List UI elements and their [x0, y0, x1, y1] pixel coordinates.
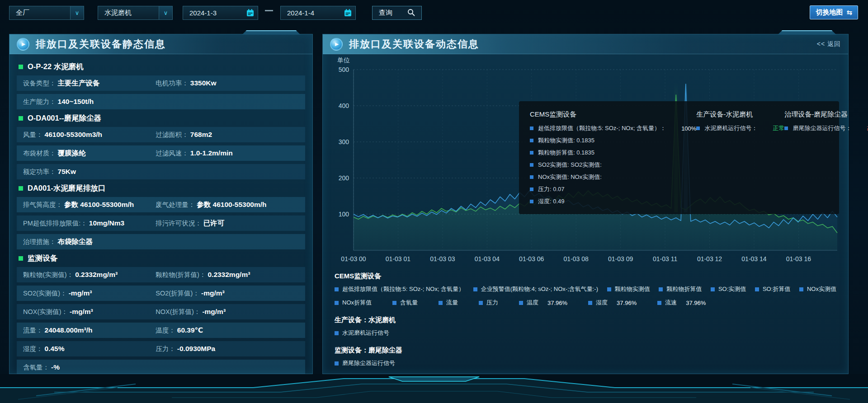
info-cell: 电机功率： 3350Kw: [156, 79, 305, 88]
legend-item[interactable]: 压力: [479, 299, 498, 307]
legend-item[interactable]: 流速37.96%: [657, 299, 706, 307]
info-row: 设备类型： 主要生产设备电机功率： 3350Kw: [17, 75, 305, 91]
green-square-icon: [19, 65, 23, 69]
date-from-input[interactable]: 2024-1-3: [183, 6, 258, 20]
svg-text:01-03 16: 01-03 16: [786, 255, 811, 262]
device-select[interactable]: 水泥磨机 ∨: [98, 6, 173, 20]
blue-square-icon: [530, 200, 533, 203]
legend-item[interactable]: 颗粒物折算值: [659, 285, 702, 293]
info-row: SO2(实测值)： -mg/m³SO2(折算值)： -mg/m³: [17, 286, 305, 301]
back-link[interactable]: << 返回: [817, 40, 841, 48]
blue-square-icon: [588, 301, 592, 305]
legend-item[interactable]: 湿度37.96%: [588, 299, 637, 307]
dynamic-info-panel: ▶ 排放口及关联设备动态信息 << 返回 10020030040050001-0…: [322, 34, 849, 374]
info-value: 0.45%: [45, 345, 65, 353]
legend-item[interactable]: 颗粒物实测值: [607, 285, 650, 293]
blue-square-icon: [784, 127, 788, 130]
info-value: 布袋除尘器: [58, 237, 93, 247]
legend-item[interactable]: SO:实测值: [711, 285, 746, 293]
info-row: 排气筒高度： 参数 46100-55300m/h废气处理量： 参数 46100-…: [17, 197, 305, 212]
info-value: -%: [51, 363, 60, 371]
emissions-chart[interactable]: 10020030040050001-03 0001-03 0101-03 030…: [328, 56, 844, 268]
legend-item-label: 磨尾除尘器运行信号: [342, 359, 395, 367]
legend-item[interactable]: NOx折算值: [335, 299, 372, 307]
legend-item-label: 水泥磨机运行信号: [342, 329, 389, 337]
info-row: 流量： 24048.000m³/h温度： 60.39℃: [17, 323, 305, 338]
blue-square-icon: [530, 139, 533, 142]
chevron-down-icon[interactable]: ∨: [70, 6, 84, 19]
legend-item-label: 含氧量: [400, 299, 418, 307]
info-value: 60.39℃: [177, 326, 203, 334]
legend-item-value: 37.96%: [617, 300, 637, 306]
static-info-list: O-P-22 水泥磨机设备类型： 主要生产设备电机功率： 3350Kw生产能力：…: [9, 54, 312, 375]
info-label: SO2(折算值)：: [156, 289, 201, 298]
info-label: 废气处理量：: [156, 201, 197, 209]
legend-item[interactable]: 水泥磨机运行信号: [335, 329, 389, 337]
tooltip-column: 生产设备-水泥磨机水泥磨机运行信号：正常: [696, 110, 784, 205]
info-cell: 颗粒物(实测值)： 0.2332mg/m³: [23, 271, 156, 279]
info-value: 46100-55300m3/h: [45, 131, 103, 139]
blue-square-icon: [335, 331, 339, 335]
plant-select[interactable]: 全厂 ∨: [9, 6, 84, 20]
tooltip-item-text: 超低排放限值（颗拉物:5: SOz-; NOx; 含氧量）：: [538, 124, 666, 132]
info-label: PM超低排排放限值:：: [23, 219, 89, 228]
tooltip-column-title: 生产设备-水泥磨机: [696, 110, 784, 119]
blue-square-icon: [335, 361, 339, 366]
dynamic-panel-titlebar: ▶ 排放口及关联设备动态信息 << 返回: [323, 34, 848, 54]
legend-item[interactable]: 温度37.96%: [519, 299, 567, 307]
calendar-icon[interactable]: [340, 6, 355, 19]
svg-text:单位: 单位: [337, 56, 350, 64]
svg-text:100: 100: [339, 211, 349, 218]
info-value: -mg/m³: [202, 308, 226, 316]
info-cell: 温度： 60.39℃: [156, 326, 305, 335]
svg-text:400: 400: [339, 102, 349, 109]
tooltip-item-text: 颗粒物折算值: 0.1835: [538, 149, 594, 157]
legend-item-value: 37.96%: [686, 300, 706, 306]
info-value: 140~150t/h: [58, 98, 94, 106]
info-label: 湿度：: [23, 345, 45, 353]
legend-item-label: 流量: [446, 299, 458, 307]
legend-item-label: NOx实测值: [807, 285, 836, 293]
blue-square-icon: [530, 175, 533, 179]
legend-item[interactable]: 含氧量: [392, 299, 418, 307]
info-cell: SO2(折算值)： -mg/m³: [156, 289, 305, 298]
bottom-tech-decoration: [0, 374, 868, 403]
legend-item[interactable]: 超低排放限值（颗拉物:5: SOz-; NOx; 含氧量）: [335, 285, 464, 293]
info-cell: 设备类型： 主要生产设备: [23, 79, 156, 88]
play-icon: ▶: [330, 38, 343, 51]
switch-map-button[interactable]: 切换地图 ⇆: [810, 5, 858, 19]
info-label: 温度：: [156, 326, 177, 335]
section-header: O-DA001--磨尾除尘器: [19, 113, 312, 123]
svg-text:200: 200: [339, 174, 349, 182]
info-cell: 额定功率： 75Kw: [23, 168, 156, 176]
static-panel-title: 排放口及关联设备静态信息: [36, 37, 166, 51]
legend-item[interactable]: NOx实测值: [799, 285, 836, 293]
legend-item[interactable]: 企业预警值(颗粒物:4; sOz-; NOx-;含氧气量:-): [473, 285, 598, 293]
info-label: 电机功率：: [156, 79, 190, 88]
tooltip-item: 压力: 0.07: [530, 185, 696, 193]
date-to-input[interactable]: 2024-1-4: [280, 6, 356, 20]
static-panel-titlebar: ▶ 排放口及关联设备静态信息: [9, 34, 312, 54]
legend-cems-title: CEMS监测设备: [335, 272, 836, 281]
legend-item[interactable]: SO:折算值: [755, 285, 790, 293]
legend-item-label: 压力: [486, 299, 498, 307]
tooltip-item-text: 水泥磨机运行信号：: [704, 124, 757, 132]
info-label: 流量：: [23, 326, 45, 335]
legend-item[interactable]: 流量: [439, 299, 458, 307]
tooltip-item: 磨尾除尘器运行信号：故障: [784, 124, 868, 132]
info-label: 颗粒物(折算值)：: [156, 271, 208, 279]
section-header: 监测设备: [19, 253, 312, 263]
date-to-value: 2024-1-4: [281, 9, 340, 17]
tooltip-item: 超低排放限值（颗拉物:5: SOz-; NOx; 含氧量）：100%: [530, 124, 696, 132]
tooltip-item: NOx实测值: NOx实测值:: [530, 173, 696, 181]
calendar-icon[interactable]: [242, 6, 258, 19]
chevron-down-icon[interactable]: ∨: [159, 6, 172, 19]
info-row: PM超低排排放限值:： 10mg/Nm3排污许可状况： 已许可: [17, 216, 305, 231]
info-cell: 布袋材质： 覆膜涤纶: [23, 149, 156, 158]
query-button[interactable]: 查询: [372, 6, 422, 20]
info-label: 含氧量：: [23, 363, 51, 372]
switch-map-label: 切换地图: [816, 8, 843, 17]
legend-item[interactable]: 磨尾除尘器运行信号: [335, 359, 395, 367]
tooltip-item-text: 磨尾除尘器运行信号：: [793, 124, 851, 132]
info-label: 设备类型：: [23, 79, 58, 88]
